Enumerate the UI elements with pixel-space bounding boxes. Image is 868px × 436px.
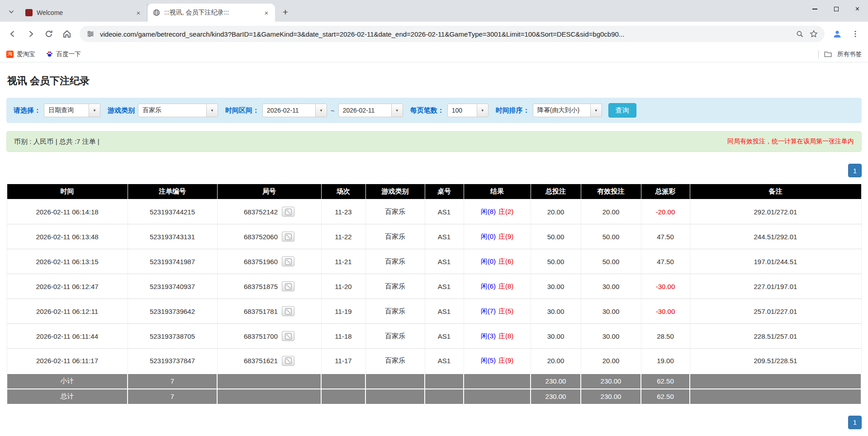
chevron-down-icon[interactable]: ▼	[89, 104, 100, 117]
result-banker: 庄(8)	[498, 282, 513, 290]
bookmark-baidu[interactable]: 百度一下	[46, 50, 81, 58]
header-result: 结果	[464, 184, 531, 199]
profile-avatar-icon[interactable]	[829, 26, 845, 42]
cell-total-bet[interactable]: 30.00	[531, 274, 581, 299]
subtotal-total-bet: 230.00	[531, 374, 581, 389]
round-result-dice-icon[interactable]	[282, 281, 294, 291]
table-row: 2026-02-11 06:14:18 523193744215 6837521…	[7, 199, 861, 224]
date-range-label: 时间区间：	[225, 106, 259, 115]
query-type-input[interactable]	[44, 104, 89, 117]
new-tab-button[interactable]: +	[279, 5, 292, 19]
round-number: 683752142	[244, 208, 278, 216]
maximize-button[interactable]	[825, 0, 847, 18]
all-bookmarks[interactable]: 所有书签	[818, 50, 862, 58]
page-1-button[interactable]: 1	[848, 164, 862, 177]
bookmark-label: 百度一下	[57, 50, 81, 58]
subtotal-count: 7	[128, 374, 217, 389]
total-payout: 62.50	[641, 389, 690, 404]
cell-time: 2026-02-11 06:11:17	[7, 349, 128, 374]
tab-betrecord[interactable]: :::视讯, 会员下注纪录::: ×	[147, 4, 275, 22]
per-page-input[interactable]	[447, 104, 477, 117]
zoom-search-icon[interactable]	[795, 29, 804, 38]
cell-game: 百家乐	[365, 249, 425, 274]
date-start-input[interactable]	[262, 104, 316, 117]
round-result-dice-icon[interactable]	[282, 331, 294, 341]
result-banker: 庄(6)	[498, 257, 513, 265]
cell-round: 683751700	[217, 324, 321, 349]
tab-close-icon[interactable]: ×	[134, 9, 142, 17]
close-window-button[interactable]: ×	[847, 0, 868, 18]
chevron-down-icon[interactable]: ▼	[391, 104, 403, 117]
all-bookmarks-label: 所有书签	[837, 50, 862, 58]
cell-valid-bet: 50.00	[581, 224, 641, 249]
cell-time: 2026-02-11 06:13:15	[7, 249, 128, 274]
sort-order-combobox: ▼	[533, 104, 602, 117]
refresh-icon[interactable]	[41, 26, 57, 42]
url-text[interactable]: videoie.com/game/betrecord_search/kind3?…	[100, 30, 790, 38]
browser-menu-icon[interactable]	[847, 26, 863, 42]
welcome-favicon-icon	[25, 9, 33, 16]
bookmark-label: 爱淘宝	[17, 50, 35, 58]
subtotal-payout: 62.50	[641, 374, 690, 389]
cell-total-bet[interactable]: 30.00	[531, 324, 581, 349]
cell-total-bet[interactable]: 30.00	[531, 299, 581, 324]
cell-valid-bet: 20.00	[581, 199, 641, 224]
total-empty	[425, 389, 464, 404]
tab-welcome[interactable]: Welcome ×	[20, 4, 147, 22]
sort-order-input[interactable]	[533, 104, 591, 117]
round-number: 683752060	[244, 233, 278, 241]
cell-total-bet[interactable]: 50.00	[531, 224, 581, 249]
address-bar[interactable]: videoie.com/game/betrecord_search/kind3?…	[80, 26, 825, 42]
subtotal-row: 小计 7 230.00 230.00 62.50	[7, 374, 861, 389]
round-result-dice-icon[interactable]	[282, 232, 294, 242]
chevron-down-icon[interactable]: ▼	[206, 104, 218, 117]
home-icon[interactable]	[59, 26, 75, 42]
tab-list-chevron-icon[interactable]	[5, 5, 18, 19]
chevron-down-icon[interactable]: ▼	[590, 104, 602, 117]
cell-total-bet[interactable]: 50.00	[531, 249, 581, 274]
round-number: 683751700	[244, 332, 278, 340]
chevron-down-icon[interactable]: ▼	[477, 104, 489, 117]
result-banker: 庄(5)	[498, 307, 513, 315]
game-type-label: 游戏类别	[108, 106, 135, 115]
header-note: 备注	[690, 184, 861, 199]
header-valid-bet: 有效投注	[581, 184, 641, 199]
cell-result: 闲(3)庄(8)	[464, 324, 531, 349]
date-end-input[interactable]	[338, 104, 392, 117]
back-icon[interactable]	[5, 26, 21, 42]
subtotal-label: 小计	[7, 374, 128, 389]
round-result-dice-icon[interactable]	[282, 207, 294, 217]
page-1-button[interactable]: 1	[848, 416, 862, 429]
forward-icon[interactable]	[23, 26, 39, 42]
tab-close-icon[interactable]: ×	[262, 9, 270, 17]
chevron-down-icon[interactable]: ▼	[315, 104, 327, 117]
round-result-dice-icon[interactable]	[282, 356, 294, 366]
bet-records-table: 时间 注单编号 局号 场次 游戏类别 桌号 结果 总投注 有效投注 总派彩 备注…	[6, 184, 862, 405]
currency-total-text: 币别 : 人民币 | 总共 :7 注单 |	[14, 137, 100, 146]
bookmark-taobao[interactable]: 淘 爱淘宝	[6, 50, 35, 58]
header-bet-id: 注单编号	[128, 184, 217, 199]
game-type-input[interactable]	[138, 104, 207, 117]
cell-valid-bet: 30.00	[581, 299, 641, 324]
date-end-picker: ▼	[338, 104, 403, 117]
cell-total-bet[interactable]: 20.00	[531, 349, 581, 374]
search-button[interactable]: 查询	[608, 103, 636, 118]
total-empty	[365, 389, 425, 404]
minimize-button[interactable]	[804, 0, 825, 18]
site-settings-tune-icon[interactable]	[86, 29, 95, 38]
result-player: 闲(0)	[481, 232, 496, 240]
round-result-dice-icon[interactable]	[282, 306, 294, 316]
total-count: 7	[128, 389, 217, 404]
bookmark-star-icon[interactable]	[809, 29, 818, 38]
cell-valid-bet: 20.00	[581, 349, 641, 374]
total-empty	[464, 389, 531, 404]
cell-game: 百家乐	[365, 324, 425, 349]
result-player: 闲(3)	[481, 332, 496, 340]
result-banker: 庄(8)	[498, 332, 513, 340]
subtotal-empty	[321, 374, 365, 389]
cell-total-bet[interactable]: 20.00	[531, 199, 581, 224]
round-result-dice-icon[interactable]	[282, 256, 294, 266]
sort-order-label: 时间排序：	[496, 106, 530, 115]
cell-payout: -30.00	[641, 299, 690, 324]
cell-result: 闲(0)庄(9)	[464, 224, 531, 249]
